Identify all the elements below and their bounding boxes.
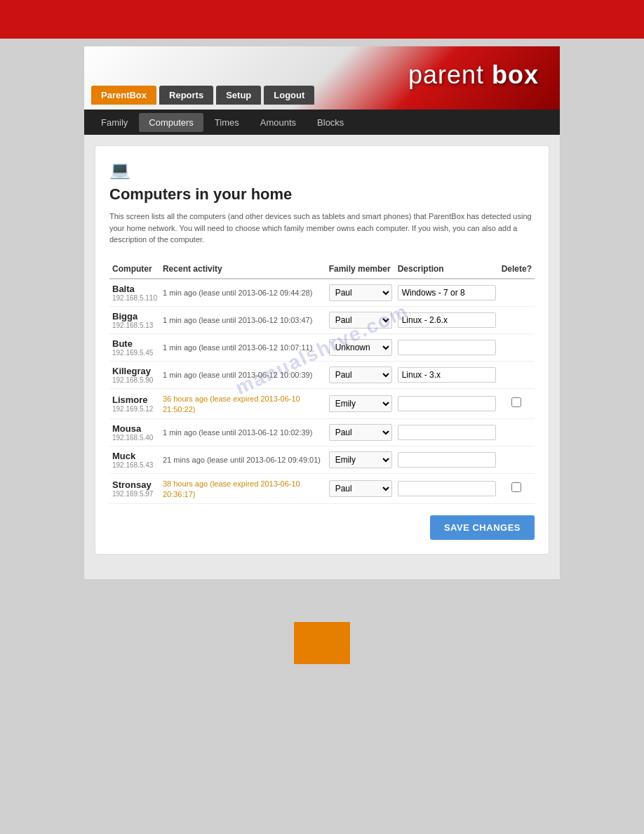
sec-nav-family[interactable]: Family — [91, 113, 137, 132]
table-row: Bigga 192.168.5.13 1 min ago (lease unti… — [109, 306, 535, 333]
cell-activity-7: 38 hours ago (lease expired 2013-06-10 2… — [160, 473, 326, 503]
sec-nav-times[interactable]: Times — [205, 113, 249, 132]
desc-input-6[interactable] — [398, 452, 496, 468]
cell-member-4[interactable]: PaulEmilyUnknown — [326, 388, 395, 418]
cell-member-3[interactable]: PaulEmilyUnknown — [326, 361, 395, 388]
sec-nav-blocks[interactable]: Blocks — [307, 113, 354, 132]
cell-member-5[interactable]: PaulEmilyUnknown — [326, 418, 395, 446]
cell-member-7[interactable]: PaulEmilyUnknown — [326, 473, 395, 503]
member-select-4[interactable]: PaulEmilyUnknown — [329, 395, 392, 412]
desc-input-4[interactable] — [398, 396, 496, 411]
cell-desc-0[interactable] — [395, 279, 499, 307]
cell-desc-1[interactable] — [395, 306, 499, 333]
member-select-2[interactable]: PaulEmilyUnknown — [329, 339, 392, 356]
activity-text-3: 1 min ago (lease until 2013-06-12 10:00:… — [163, 371, 312, 379]
desc-input-2[interactable] — [398, 340, 496, 355]
header-area: parent box ParentBox Reports Setup Logou… — [84, 46, 560, 110]
cell-member-2[interactable]: PaulEmilyUnknown — [326, 333, 395, 361]
cell-desc-6[interactable] — [395, 446, 499, 473]
col-computer: Computer — [109, 260, 160, 279]
computer-ip-1: 192.168.5.13 — [112, 322, 157, 329]
cell-computer-2: Bute 192.169.5.45 — [109, 333, 160, 361]
activity-text-7: 38 hours ago (lease expired 2013-06-10 2… — [163, 479, 300, 498]
computer-name-7: Stronsay — [112, 479, 157, 490]
activity-text-0: 1 min ago (lease until 2013-06-12 09:44:… — [163, 289, 312, 297]
computer-ip-6: 192.168.5.43 — [112, 461, 157, 469]
member-select-6[interactable]: PaulEmilyUnknown — [329, 451, 392, 468]
cell-activity-5: 1 min ago (lease until 2013-06-12 10:02:… — [160, 418, 326, 446]
desc-input-7[interactable] — [398, 481, 496, 496]
activity-text-1: 1 min ago (lease until 2013-06-12 10:03:… — [163, 316, 312, 324]
cell-delete-7[interactable] — [499, 473, 535, 503]
logo: parent box — [408, 60, 539, 90]
cell-activity-2: 1 min ago (lease until 2013-06-12 10:07:… — [160, 333, 326, 361]
cell-computer-6: Muck 192.168.5.43 — [109, 446, 160, 473]
computer-ip-4: 192.169.5.12 — [112, 405, 157, 413]
save-changes-button[interactable]: SAVE CHANGES — [430, 515, 535, 540]
cell-delete-6 — [499, 446, 535, 473]
page-title: Computers in your home — [109, 185, 535, 204]
nav-setup[interactable]: Setup — [216, 86, 261, 105]
member-select-1[interactable]: PaulEmilyUnknown — [329, 312, 392, 329]
cell-desc-4[interactable] — [395, 388, 499, 418]
computer-ip-0: 192.168.5.110 — [112, 294, 157, 302]
table-header-row: Computer Recent activity Family member D… — [109, 260, 535, 279]
cell-activity-0: 1 min ago (lease until 2013-06-12 09:44:… — [160, 279, 326, 307]
cell-member-1[interactable]: PaulEmilyUnknown — [326, 306, 395, 333]
sec-nav-computers[interactable]: Computers — [139, 113, 203, 132]
cell-activity-6: 21 mins ago (lease until 2013-06-12 09:4… — [160, 446, 326, 473]
cell-delete-2 — [499, 333, 535, 361]
desc-input-3[interactable] — [398, 367, 496, 383]
cell-delete-1 — [499, 306, 535, 333]
table-row: Mousa 192.168.5.40 1 min ago (lease unti… — [109, 418, 535, 446]
top-red-bar — [0, 0, 644, 39]
sec-nav-amounts[interactable]: Amounts — [250, 113, 306, 132]
cell-desc-3[interactable] — [395, 361, 499, 388]
computer-name-4: Lismore — [112, 395, 157, 405]
cell-computer-5: Mousa 192.168.5.40 — [109, 418, 160, 446]
cell-computer-3: Killegray 192.168.5.90 — [109, 361, 160, 388]
computer-ip-2: 192.169.5.45 — [112, 349, 157, 357]
nav-parentbox[interactable]: ParentBox — [91, 86, 156, 105]
cell-delete-0 — [499, 279, 535, 307]
computer-ip-3: 192.168.5.90 — [112, 376, 157, 384]
table-row: Killegray 192.168.5.90 1 min ago (lease … — [109, 361, 535, 388]
col-description: Description — [395, 260, 499, 279]
bottom-orange-box — [294, 622, 350, 664]
cell-delete-5 — [499, 418, 535, 446]
table-row: Lismore 192.169.5.12 36 hours ago (lease… — [109, 388, 535, 418]
cell-delete-4[interactable] — [499, 388, 535, 418]
desc-input-1[interactable] — [398, 312, 496, 328]
computer-name-5: Mousa — [112, 423, 157, 434]
cell-member-0[interactable]: PaulEmilyUnknown — [326, 279, 395, 307]
desc-input-0[interactable] — [398, 285, 496, 300]
member-select-0[interactable]: PaulEmilyUnknown — [329, 284, 392, 301]
member-select-3[interactable]: PaulEmilyUnknown — [329, 366, 392, 383]
member-select-7[interactable]: PaulEmilyUnknown — [329, 480, 392, 497]
delete-checkbox-4[interactable] — [511, 397, 521, 407]
delete-checkbox-7[interactable] — [511, 482, 521, 492]
primary-nav: ParentBox Reports Setup Logout — [84, 80, 324, 110]
secondary-nav: Family Computers Times Amounts Blocks — [84, 110, 560, 135]
cell-desc-7[interactable] — [395, 473, 499, 503]
col-activity: Recent activity — [160, 260, 326, 279]
cell-activity-1: 1 min ago (lease until 2013-06-12 10:03:… — [160, 306, 326, 333]
table-row: Bute 192.169.5.45 1 min ago (lease until… — [109, 333, 535, 361]
cell-desc-2[interactable] — [395, 333, 499, 361]
save-btn-row: SAVE CHANGES — [109, 515, 535, 540]
table-row: Muck 192.168.5.43 21 mins ago (lease unt… — [109, 446, 535, 473]
nav-logout[interactable]: Logout — [264, 86, 314, 105]
member-select-5[interactable]: PaulEmilyUnknown — [329, 424, 392, 441]
nav-reports[interactable]: Reports — [159, 86, 213, 105]
desc-input-5[interactable] — [398, 425, 496, 440]
cell-computer-4: Lismore 192.169.5.12 — [109, 388, 160, 418]
computer-name-3: Killegray — [112, 366, 157, 376]
content-area: manualshrve.com 💻 Computers in your home… — [95, 145, 549, 555]
col-delete: Delete? — [499, 260, 535, 279]
computer-ip-7: 192.169.5.97 — [112, 490, 157, 498]
cell-member-6[interactable]: PaulEmilyUnknown — [326, 446, 395, 473]
page-icon: 💻 — [109, 160, 535, 180]
page-description: This screen lists all the computers (and… — [109, 211, 535, 246]
computer-name-0: Balta — [112, 284, 157, 294]
cell-desc-5[interactable] — [395, 418, 499, 446]
